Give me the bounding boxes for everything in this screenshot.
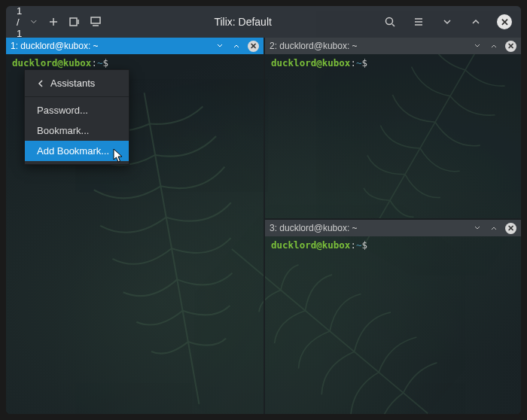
app-window: 1 / 1 Tilix: Default [6, 6, 521, 414]
titlebar-right: ✕ [379, 11, 515, 32]
prompt-host: kubox [322, 239, 351, 251]
chevron-down-icon [215, 41, 224, 50]
close-icon: ✕ [505, 223, 516, 234]
close-icon: ✕ [505, 41, 516, 52]
search-icon [384, 16, 396, 28]
maximize-button[interactable] [465, 11, 486, 32]
terminal-pane-3[interactable]: 3: ducklord@kubox: ~ ✕ ducklord@kubox:~$ [265, 220, 521, 414]
terminal-body[interactable]: ducklord@kubox:~$ [265, 236, 521, 414]
pane-close-button[interactable]: ✕ [504, 40, 516, 52]
pane-maximize-button[interactable] [488, 222, 500, 234]
menu-separator [25, 96, 129, 97]
pane-title: 1: ducklord@kubox: ~ [11, 41, 209, 51]
prompt-user: ducklord [271, 239, 316, 251]
pane-header-3[interactable]: 3: ducklord@kubox: ~ ✕ [265, 220, 521, 236]
prompt-host: kubox [322, 57, 351, 68]
split-right-icon [69, 16, 81, 28]
menu-icon [413, 16, 425, 28]
session-counter-text: 1 / 1 [17, 6, 26, 39]
pane-menu-button[interactable] [471, 222, 483, 234]
prompt-symbol: $ [102, 57, 108, 68]
session-counter[interactable]: 1 / 1 [12, 6, 43, 39]
titlebar-left: 1 / 1 [12, 6, 106, 39]
pane-title: 3: ducklord@kubox: ~ [270, 223, 467, 233]
titlebar: 1 / 1 Tilix: Default [6, 6, 521, 38]
menu-header-label: Assistants [50, 78, 95, 89]
prompt-symbol: $ [361, 57, 367, 68]
close-icon: ✕ [248, 41, 259, 52]
pane-title: 2: ducklord@kubox: ~ [270, 41, 467, 51]
chevron-up-icon [470, 16, 482, 28]
menu-item-label: Add Bookmark... [37, 145, 109, 157]
search-button[interactable] [379, 11, 401, 32]
prompt-host: kubox [63, 57, 92, 68]
chevron-down-icon [441, 16, 453, 28]
chevron-up-icon [489, 224, 498, 233]
svg-point-2 [386, 18, 393, 25]
chevron-down-icon [29, 17, 39, 27]
prompt-line: ducklord@kubox:~$ [271, 239, 367, 251]
prompt-user: ducklord [271, 57, 316, 68]
window-title: Tilix: Default [109, 16, 376, 28]
pane-divider-vertical[interactable] [264, 38, 265, 414]
split-down-button[interactable] [85, 11, 106, 32]
chevron-up-icon [489, 41, 498, 50]
terminal-body[interactable]: ducklord@kubox:~$ [265, 54, 521, 218]
pane-header-1[interactable]: 1: ducklord@kubox: ~ ✕ [6, 38, 264, 54]
prompt-line: ducklord@kubox:~$ [271, 57, 367, 68]
svg-rect-0 [70, 18, 77, 26]
close-icon: ✕ [497, 14, 512, 29]
pane-menu-button[interactable] [214, 40, 226, 52]
pane-maximize-button[interactable] [230, 40, 242, 52]
close-window-button[interactable]: ✕ [494, 11, 515, 32]
menu-item-password[interactable]: Password... [25, 100, 129, 120]
terminal-pane-2[interactable]: 2: ducklord@kubox: ~ ✕ ducklord@kubox:~$ [265, 38, 521, 218]
pane-menu-button[interactable] [471, 40, 483, 52]
chevron-down-icon [473, 224, 482, 233]
prompt-user: ducklord [12, 57, 57, 68]
chevron-left-icon [37, 80, 44, 87]
chevron-up-icon [232, 41, 241, 50]
panes-container: 1: ducklord@kubox: ~ ✕ ducklord@kubox:~$ [6, 38, 521, 414]
new-session-button[interactable] [43, 11, 64, 32]
pane-close-button[interactable]: ✕ [247, 40, 259, 52]
menu-back-header[interactable]: Assistants [25, 73, 129, 93]
split-down-icon [90, 16, 102, 28]
pane-close-button[interactable]: ✕ [504, 222, 516, 234]
menu-item-bookmark[interactable]: Bookmark... [25, 120, 129, 141]
menu-item-label: Password... [37, 105, 88, 116]
minimize-button[interactable] [437, 11, 458, 32]
split-right-button[interactable] [64, 11, 85, 32]
cursor-icon [113, 148, 125, 165]
svg-rect-1 [91, 17, 100, 23]
menu-item-label: Bookmark... [37, 125, 89, 136]
plus-icon [47, 16, 59, 28]
chevron-down-icon [473, 41, 482, 50]
pane-maximize-button[interactable] [488, 40, 500, 52]
pane-divider-horizontal[interactable] [265, 218, 521, 220]
prompt-line: ducklord@kubox:~$ [12, 57, 108, 68]
pane-header-2[interactable]: 2: ducklord@kubox: ~ ✕ [265, 38, 521, 54]
prompt-symbol: $ [361, 239, 367, 251]
hamburger-menu-button[interactable] [408, 11, 429, 32]
